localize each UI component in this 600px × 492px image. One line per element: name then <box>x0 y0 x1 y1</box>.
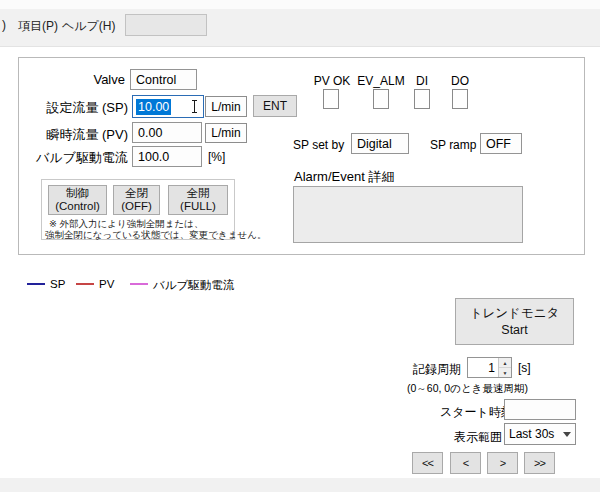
ent-button[interactable]: ENT <box>253 95 297 117</box>
start-time-field[interactable] <box>504 399 576 420</box>
valve-label: Valve <box>30 72 125 87</box>
do-indicator <box>452 89 468 109</box>
spinner-down-icon[interactable]: ▼ <box>499 368 511 377</box>
window-bottom-strip <box>0 478 600 492</box>
start-time-label: スタート時刻 <box>440 404 513 421</box>
nav-next-button[interactable]: > <box>487 452 518 474</box>
sp-setpoint-input[interactable]: 10.00 <box>132 95 204 118</box>
mode-control-line1: 制御 <box>66 187 89 200</box>
trend-monitor-start-button[interactable]: トレンドモニタ Start <box>455 298 574 345</box>
display-range-value: Last 30s <box>509 427 554 441</box>
nav-prev-button[interactable]: < <box>450 452 481 474</box>
mode-control-line2: (Control) <box>55 200 100 213</box>
alarm-event-box <box>293 186 523 243</box>
pv-flow-field: 0.00 <box>132 122 202 143</box>
window-top-strip <box>0 0 600 9</box>
display-range-dropdown[interactable]: Last 30s <box>504 423 576 445</box>
current-unit-label: [%] <box>208 150 225 164</box>
record-cycle-note: (0～60, 0のとき最速周期) <box>407 382 528 396</box>
record-cycle-label: 記録周期 <box>413 361 461 378</box>
spinner-arrows: ▲ ▼ <box>498 358 511 377</box>
di-label: DI <box>410 74 434 88</box>
record-cycle-spinner[interactable]: 1 ▲ ▼ <box>467 357 512 378</box>
record-cycle-value[interactable]: 1 <box>468 358 498 377</box>
legend-sp-label: SP <box>50 278 65 290</box>
display-range-label: 表示範囲 <box>454 429 502 446</box>
valve-current-field: 100.0 <box>132 146 202 167</box>
mode-full-line2: (FULL) <box>180 200 216 213</box>
text-cursor-icon <box>191 100 198 113</box>
sp-set-by-label: SP set by <box>293 138 344 152</box>
trend-start-line2: Start <box>501 322 527 339</box>
sp-ramp-field: OFF <box>480 133 522 154</box>
alarm-event-label: Alarm/Event 詳細 <box>294 168 394 186</box>
mode-close-line1: 全閉 <box>125 187 148 200</box>
pv-flow-label: 瞬時流量 (PV) <box>30 126 128 144</box>
trend-start-line1: トレンドモニタ <box>470 305 560 322</box>
legend-pv-label: PV <box>99 278 114 290</box>
sp-setpoint-label: 設定流量 (SP) <box>30 99 128 117</box>
ev-alm-indicator <box>373 89 389 109</box>
nav-first-button[interactable]: << <box>412 452 443 474</box>
record-cycle-unit: [s] <box>518 361 531 375</box>
menu-item-koumoku[interactable]: 項目(P) <box>14 16 62 37</box>
chevron-down-icon <box>563 432 571 437</box>
mode-full-line1: 全開 <box>187 187 210 200</box>
ev-alm-label: EV_ALM <box>356 74 406 88</box>
mode-close-button[interactable]: 全閉 (OFF) <box>113 185 160 215</box>
mode-full-button[interactable]: 全開 (FULL) <box>168 185 228 215</box>
do-label: DO <box>448 74 472 88</box>
toolbar-status-box <box>125 14 207 36</box>
nav-last-button[interactable]: >> <box>524 452 555 474</box>
pv-unit-label: L/min <box>205 123 247 143</box>
mode-close-line2: (OFF) <box>121 200 152 213</box>
valve-mode-field[interactable]: Control <box>130 69 197 90</box>
pv-ok-indicator <box>323 89 339 109</box>
app-window: ) 項目(P) ヘルプ(H) Valve Control PV OK EV_AL… <box>0 0 600 492</box>
di-indicator <box>414 89 430 109</box>
sp-unit-label: L/min <box>205 96 247 117</box>
sp-selected-text: 10.00 <box>136 99 171 115</box>
valve-current-label: バルブ駆動電流 <box>30 149 128 167</box>
legend-sp-line <box>27 283 45 285</box>
pv-ok-label: PV OK <box>309 74 355 88</box>
mode-note-line2: 強制全閉になっている状態では、変更できません。 <box>45 229 266 242</box>
spinner-up-icon[interactable]: ▲ <box>499 358 511 368</box>
legend-pv-line <box>76 283 94 285</box>
sp-ramp-label: SP ramp <box>430 138 476 152</box>
menu-item-partial[interactable]: ) <box>0 16 10 34</box>
legend-current-line <box>130 283 148 285</box>
menu-item-help[interactable]: ヘルプ(H) <box>58 16 120 37</box>
legend-current-label: バルブ駆動電流 <box>153 278 234 293</box>
mode-control-button[interactable]: 制御 (Control) <box>48 185 107 215</box>
sp-set-by-field: Digital <box>351 133 409 154</box>
